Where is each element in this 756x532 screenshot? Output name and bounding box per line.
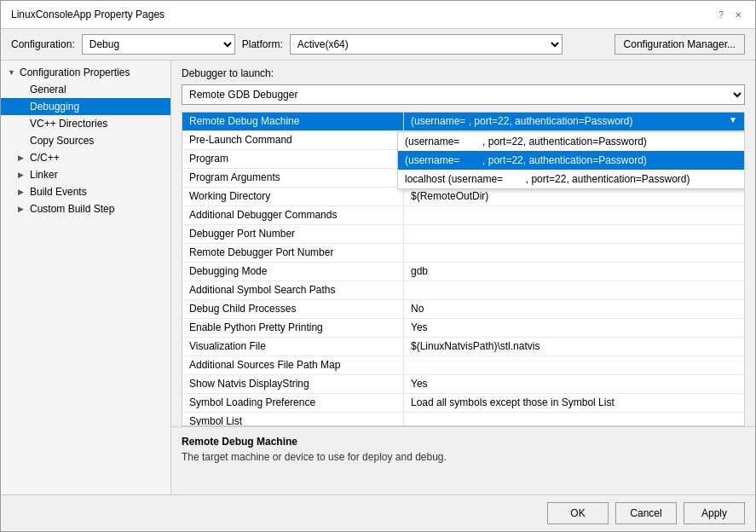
info-panel-title: Remote Debug Machine — [182, 436, 745, 448]
prop-row-5[interactable]: Additional Debugger Commands — [182, 206, 744, 225]
prop-value-0: (username= , port=22, authentication=Pas… — [404, 113, 744, 130]
sidebar-item-label-build-events: Build Events — [30, 186, 87, 198]
prop-row-13[interactable]: Additional Sources File Path Map — [182, 356, 744, 375]
title-bar: LinuxConsoleApp Property Pages ? ✕ — [1, 1, 755, 29]
debugger-select-row: Remote GDB Debugger — [171, 83, 755, 112]
prop-value-13 — [404, 356, 744, 374]
expand-icon-cpp: ▶ — [18, 153, 28, 162]
prop-name-15: Symbol Loading Preference — [182, 394, 404, 412]
title-bar-controls: ? ✕ — [714, 8, 745, 21]
prop-name-3: Program Arguments — [182, 169, 404, 187]
prop-value-10: No — [404, 300, 744, 318]
debugger-select[interactable]: Remote GDB Debugger — [182, 84, 745, 105]
prop-name-5: Additional Debugger Commands — [182, 206, 404, 224]
config-manager-button[interactable]: Configuration Manager... — [615, 34, 745, 55]
prop-name-6: Debugger Port Number — [182, 225, 404, 243]
sidebar-item-linker[interactable]: ▶Linker — [1, 166, 170, 183]
prop-name-1: Pre-Launch Command — [182, 131, 404, 149]
help-button[interactable]: ? — [714, 8, 728, 21]
prop-name-4: Working Directory — [182, 188, 404, 205]
prop-name-12: Visualization File — [182, 338, 404, 356]
expand-icon-build-events: ▶ — [18, 188, 28, 196]
dropdown-item-2[interactable]: localhost (username= , port=22, authenti… — [398, 170, 745, 188]
sidebar-item-debugging[interactable]: Debugging — [1, 98, 170, 115]
sidebar-item-vc-dirs[interactable]: VC++ Directories — [1, 115, 170, 132]
prop-name-8: Debugging Mode — [182, 263, 404, 280]
sidebar-item-label-config-props: Configuration Properties — [20, 66, 130, 78]
prop-value-4: $(RemoteOutDir) — [404, 188, 744, 205]
prop-name-14: Show Natvis DisplayString — [182, 375, 404, 393]
config-row: Configuration: Debug Platform: Active(x6… — [1, 29, 755, 61]
sidebar-item-label-debugging: Debugging — [30, 101, 79, 113]
dropdown-arrow-icon[interactable]: ▼ — [729, 115, 737, 124]
dropdown-item-0[interactable]: (username= , port=22, authentication=Pas… — [398, 132, 745, 151]
bottom-buttons: OK Cancel Apply — [1, 494, 755, 531]
properties-area: (username= , port=22, authentication=Pas… — [182, 112, 745, 426]
sidebar: ▼Configuration Properties General Debugg… — [1, 61, 171, 494]
dropdown-item-1[interactable]: (username= , port=22, authentication=Pas… — [398, 151, 745, 170]
sidebar-item-custom-build[interactable]: ▶Custom Build Step — [1, 200, 170, 217]
prop-value-8: gdb — [404, 263, 744, 280]
sidebar-item-label-linker: Linker — [30, 169, 58, 181]
apply-button[interactable]: Apply — [684, 502, 745, 524]
prop-row-9[interactable]: Additional Symbol Search Paths — [182, 281, 744, 300]
prop-row-7[interactable]: Remote Debugger Port Number — [182, 244, 744, 263]
cancel-button[interactable]: Cancel — [615, 502, 677, 524]
debugger-launch-label: Debugger to launch: — [171, 61, 755, 83]
dropdown-overlay: (username= , port=22, authentication=Pas… — [397, 131, 745, 189]
sidebar-item-label-copy-sources: Copy Sources — [30, 135, 94, 147]
sidebar-item-label-custom-build: Custom Build Step — [30, 203, 114, 215]
right-panel: Debugger to launch: Remote GDB Debugger … — [171, 61, 755, 494]
info-panel-description: The target machine or device to use for … — [182, 451, 745, 463]
expand-icon-custom-build: ▶ — [18, 205, 28, 213]
property-pages-dialog: LinuxConsoleApp Property Pages ? ✕ Confi… — [0, 0, 756, 532]
info-panel: Remote Debug Machine The target machine … — [171, 426, 755, 494]
prop-value-12: $(LinuxNatvisPath)\stl.natvis — [404, 338, 744, 356]
sidebar-item-config-props[interactable]: ▼Configuration Properties — [1, 64, 170, 81]
platform-select[interactable]: Active(x64) — [290, 34, 563, 55]
close-button[interactable]: ✕ — [731, 8, 745, 21]
prop-name-9: Additional Symbol Search Paths — [182, 281, 404, 299]
prop-name-7: Remote Debugger Port Number — [182, 244, 404, 262]
prop-row-15[interactable]: Symbol Loading PreferenceLoad all symbol… — [182, 394, 744, 413]
configuration-select[interactable]: Debug — [82, 34, 235, 55]
prop-row-16[interactable]: Symbol List — [182, 413, 744, 426]
sidebar-item-general[interactable]: General — [1, 81, 170, 98]
expand-icon-config-props: ▼ — [8, 68, 18, 77]
ok-button[interactable]: OK — [547, 502, 609, 524]
prop-value-6 — [404, 225, 744, 243]
prop-row-12[interactable]: Visualization File$(LinuxNatvisPath)\stl… — [182, 338, 744, 356]
main-content: ▼Configuration Properties General Debugg… — [1, 61, 755, 494]
prop-value-7 — [404, 244, 744, 262]
sidebar-item-label-cpp: C/C++ — [30, 152, 60, 164]
prop-value-15: Load all symbols except those in Symbol … — [404, 394, 744, 412]
prop-row-8[interactable]: Debugging Modegdb — [182, 263, 744, 281]
prop-value-9 — [404, 281, 744, 299]
prop-row-11[interactable]: Enable Python Pretty PrintingYes — [182, 319, 744, 338]
dialog-title: LinuxConsoleApp Property Pages — [11, 9, 164, 20]
sidebar-item-label-general: General — [30, 84, 66, 95]
prop-row-14[interactable]: Show Natvis DisplayStringYes — [182, 375, 744, 394]
sidebar-item-label-vc-dirs: VC++ Directories — [30, 118, 107, 130]
prop-name-13: Additional Sources File Path Map — [182, 356, 404, 374]
prop-row-6[interactable]: Debugger Port Number — [182, 225, 744, 244]
prop-name-0: Remote Debug Machine — [182, 113, 404, 130]
prop-value-16 — [404, 413, 744, 426]
sidebar-item-cpp[interactable]: ▶C/C++ — [1, 149, 170, 166]
platform-label: Platform: — [242, 38, 283, 50]
config-label: Configuration: — [11, 38, 75, 50]
prop-value-5 — [404, 206, 744, 224]
expand-icon-linker: ▶ — [18, 171, 28, 179]
prop-row-10[interactable]: Debug Child ProcessesNo — [182, 300, 744, 319]
prop-name-11: Enable Python Pretty Printing — [182, 319, 404, 337]
prop-value-11: Yes — [404, 319, 744, 337]
sidebar-item-build-events[interactable]: ▶Build Events — [1, 183, 170, 200]
prop-row-0[interactable]: Remote Debug Machine(username= , port=22… — [182, 113, 744, 131]
sidebar-item-copy-sources[interactable]: Copy Sources — [1, 132, 170, 149]
prop-name-10: Debug Child Processes — [182, 300, 404, 318]
prop-name-16: Symbol List — [182, 413, 404, 426]
prop-row-4[interactable]: Working Directory$(RemoteOutDir) — [182, 188, 744, 206]
prop-name-2: Program — [182, 150, 404, 168]
prop-value-14: Yes — [404, 375, 744, 393]
